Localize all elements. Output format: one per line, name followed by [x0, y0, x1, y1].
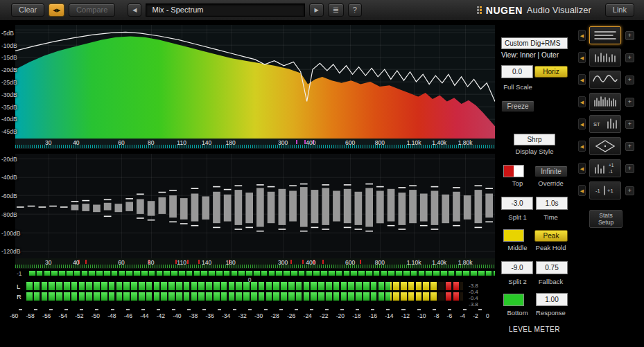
peak-dash [169, 222, 177, 223]
spectrum-bar [202, 197, 209, 220]
dock-add-button[interactable]: + [625, 120, 634, 129]
db-axis-label: -15dB [1, 54, 17, 61]
fallback-input[interactable] [536, 261, 568, 274]
previous-preset-button[interactable]: ◀ [128, 3, 141, 17]
preset-selector[interactable]: Mix - Spectrum [146, 3, 305, 17]
bottom-color-swatch[interactable] [503, 294, 524, 306]
db-axis-label: -120dB [1, 248, 20, 255]
override-label: Override [534, 179, 568, 187]
dock-add-button[interactable]: + [625, 98, 634, 107]
view-button-vectorscope[interactable] [589, 137, 621, 155]
meter-scale-label: -16 [369, 312, 377, 319]
view-mode-label: View: Inner | Outer [501, 51, 568, 59]
position-track[interactable]: 0 [29, 271, 495, 276]
dock-expand-button[interactable]: ◀ [578, 52, 586, 63]
view-button-correlation-bars[interactable]: +1 -1 [589, 159, 621, 177]
stereo-bars-icon: ST [591, 116, 619, 132]
full-scale-input[interactable] [501, 65, 533, 78]
split2-input[interactable] [501, 261, 533, 274]
dock-add-button[interactable]: + [625, 142, 634, 151]
freq-axis-label: 80 [148, 139, 154, 146]
spectrum-bar [376, 191, 384, 224]
peak-button[interactable]: Peak [534, 230, 568, 242]
dock-add-button[interactable]: + [625, 186, 634, 195]
override-button[interactable]: Infinite [534, 166, 568, 177]
horiz-button[interactable]: Horiz [534, 66, 568, 78]
dock-expand-button[interactable]: ◀ [578, 141, 586, 152]
dock-expand-button[interactable]: ◀ [578, 118, 586, 130]
spectrum-bar [235, 190, 243, 225]
spectrum-display[interactable]: -5dB-10dB-15dB-20dB-25dB-30dB-35dB-40dB-… [15, 25, 495, 139]
brand-name: NUGEN [486, 5, 523, 16]
response-input[interactable] [536, 293, 568, 306]
view-button-spectrum-bars[interactable] [589, 48, 621, 66]
dock-expand-button[interactable]: ◀ [578, 163, 586, 174]
left-triangle-icon: ◀ [580, 144, 584, 149]
spectrum-bar [453, 192, 460, 222]
stats-setup-button[interactable]: Stats Setup [589, 210, 623, 228]
dock-expand-button[interactable]: ◀ [578, 30, 586, 41]
left-triangle-icon: ◀ [580, 100, 584, 105]
spectrum-bar [311, 190, 319, 223]
meter-scale-label: -14 [385, 312, 393, 319]
correlation-bars-icon: +1 -1 [591, 161, 619, 176]
spectrum-bar [485, 194, 493, 218]
dock-add-button[interactable]: + [625, 75, 634, 84]
dock-expand-button[interactable]: ◀ [578, 185, 586, 196]
meter-scale-label: -58 [26, 312, 35, 319]
axis-tick [187, 260, 189, 264]
peak-dash [311, 227, 319, 229]
preset-list-button[interactable]: ≣ [328, 3, 344, 17]
dock-expand-button[interactable]: ◀ [578, 96, 586, 107]
spectrum-bar [82, 204, 89, 211]
time-input[interactable] [536, 197, 568, 210]
meter-preset-select[interactable]: Custom Dig+RMS [501, 37, 568, 49]
spectrum-bars-display[interactable]: -20dB-40dB-60dB-80dB-100dB-120dB [15, 154, 495, 258]
freq-axis-label: 110 [177, 259, 186, 266]
view-button-stereo-spectrum[interactable]: ST [589, 115, 621, 133]
view-button-waveform[interactable] [589, 71, 621, 89]
dock-row: ◀ +1 -1 + [578, 159, 642, 177]
middle-label: Middle [501, 244, 534, 251]
dock-add-button[interactable]: + [625, 31, 634, 40]
split1-input[interactable] [501, 197, 533, 210]
freeze-button[interactable]: Freeze [501, 100, 534, 112]
peak-dash [289, 185, 297, 186]
freq-axis-label: 140 [202, 139, 211, 146]
meter-segments-overlay [26, 282, 463, 290]
dense-bars-icon [591, 94, 619, 109]
peak-dash [485, 222, 493, 223]
spectrum-bar [169, 195, 177, 217]
meter-scale-ticks [19, 309, 482, 310]
display-style-select[interactable]: Shrp [514, 134, 555, 145]
peak-dash [300, 231, 308, 232]
play-button[interactable]: ▶ [309, 3, 323, 17]
play-icon: ▶ [314, 7, 318, 13]
meter-scale-label: -48 [107, 312, 116, 319]
clear-button[interactable]: Clear [11, 3, 44, 17]
meter-left [26, 282, 463, 290]
help-button[interactable]: ? [348, 3, 362, 17]
peak-dash [279, 229, 286, 230]
middle-color-swatch[interactable] [503, 229, 524, 242]
dock-add-button[interactable]: + [625, 164, 634, 173]
peak-dash [355, 229, 363, 230]
meter-scale-label: -24 [304, 312, 312, 319]
top-color-swatch[interactable] [503, 165, 524, 177]
view-button-spectrum-dense[interactable] [589, 93, 621, 111]
compare-button[interactable]: Compare [69, 3, 115, 17]
view-button-correlation-meter[interactable]: -1 +1 [589, 181, 621, 199]
ab-swap-button[interactable]: ◀▶ [49, 3, 64, 17]
peak-hold-label: Peak Hold [534, 244, 568, 251]
dock-add-button[interactable]: + [625, 53, 634, 62]
link-button[interactable]: Link [605, 3, 634, 17]
db-axis-label: -40dB [1, 116, 17, 123]
spectrum-bar [104, 203, 112, 211]
peak-dash [148, 220, 155, 221]
spectrum-bar [409, 190, 417, 223]
view-button-spectrum[interactable] [589, 26, 621, 44]
peak-dash [159, 192, 166, 193]
meter-scale-label: -60 [10, 312, 18, 319]
dock-expand-button[interactable]: ◀ [578, 74, 586, 85]
spectrum-bar [148, 201, 155, 215]
